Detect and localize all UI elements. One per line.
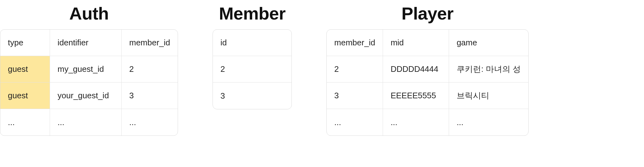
player-header-game: game — [449, 30, 528, 56]
auth-header-member-id: member_id — [122, 30, 178, 56]
auth-title: Auth — [69, 3, 109, 24]
auth-cell-identifier: your_guest_id — [50, 83, 122, 109]
auth-cell-type: ... — [0, 109, 50, 135]
player-table: member_id mid game 2 DDDDD4444 쿠키런: 마녀의 … — [326, 29, 529, 136]
player-cell-member-id: ... — [327, 109, 383, 135]
auth-header-row: type identifier member_id — [0, 30, 178, 56]
player-cell-mid: EEEEE5555 — [383, 83, 449, 109]
member-table: id 2 3 — [213, 29, 292, 109]
table-row: ... ... ... — [0, 109, 178, 135]
player-header-mid: mid — [383, 30, 449, 56]
table-row: 3 EEEEE5555 브릭시티 — [327, 83, 528, 109]
member-cell-id: 2 — [213, 56, 291, 83]
table-row: ... ... ... — [327, 109, 528, 135]
player-cell-game: 브릭시티 — [449, 83, 528, 109]
player-cell-member-id: 3 — [327, 83, 383, 109]
member-cell-id: 3 — [213, 83, 291, 109]
player-cell-game: 쿠키런: 마녀의 성 — [449, 56, 528, 83]
auth-cell-type: guest — [0, 83, 50, 109]
member-title: Member — [219, 3, 286, 24]
player-cell-mid: DDDDD4444 — [383, 56, 449, 83]
auth-header-type: type — [0, 30, 50, 56]
auth-cell-member-id: 2 — [122, 56, 178, 83]
player-title: Player — [402, 3, 453, 24]
auth-cell-identifier: my_guest_id — [50, 56, 122, 83]
member-header-row: id — [213, 30, 291, 56]
auth-cell-type: guest — [0, 56, 50, 83]
player-cell-mid: ... — [383, 109, 449, 135]
auth-header-identifier: identifier — [50, 30, 122, 56]
player-cell-game: ... — [449, 109, 528, 135]
auth-cell-member-id: 3 — [122, 83, 178, 109]
table-row: guest my_guest_id 2 — [0, 56, 178, 83]
auth-cell-identifier: ... — [50, 109, 122, 135]
table-row: 3 — [213, 83, 291, 109]
player-header-member-id: member_id — [327, 30, 383, 56]
table-row: guest your_guest_id 3 — [0, 83, 178, 109]
auth-table-block: Auth type identifier member_id guest my_… — [0, 3, 178, 136]
member-header-id: id — [213, 30, 291, 56]
player-table-block: Player member_id mid game 2 DDDDD4444 쿠키… — [326, 3, 529, 136]
player-cell-member-id: 2 — [327, 56, 383, 83]
auth-cell-member-id: ... — [122, 109, 178, 135]
diagram-stage: Auth type identifier member_id guest my_… — [0, 0, 644, 167]
table-row: 2 DDDDD4444 쿠키런: 마녀의 성 — [327, 56, 528, 83]
auth-table: type identifier member_id guest my_guest… — [0, 29, 178, 136]
player-header-row: member_id mid game — [327, 30, 528, 56]
table-row: 2 — [213, 56, 291, 83]
member-table-block: Member id 2 3 — [213, 3, 292, 109]
